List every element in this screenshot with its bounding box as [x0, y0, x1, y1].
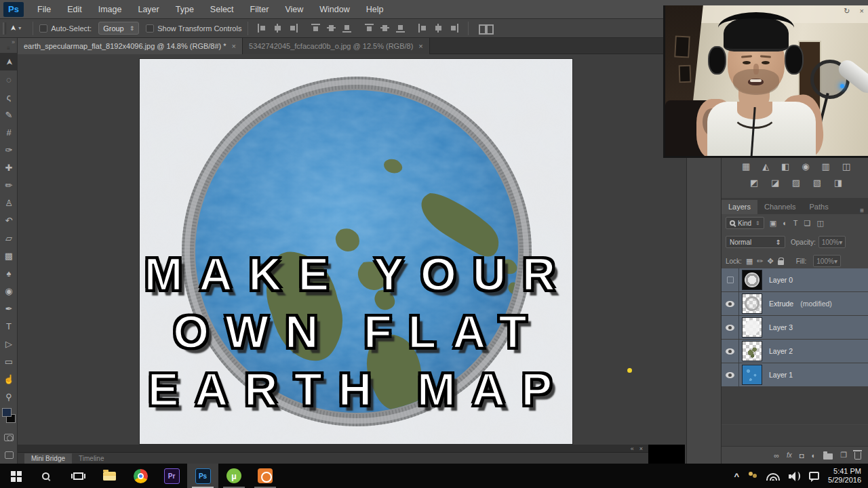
layer-row-extrude[interactable]: Extrude (modified): [722, 292, 868, 315]
vibrance-adjustment-icon[interactable]: ▥: [822, 161, 830, 175]
filter-smart-objects-icon[interactable]: ◫: [816, 219, 823, 228]
show-transform-checkbox[interactable]: [146, 24, 154, 33]
distribute-horizontal-centers-icon[interactable]: [434, 24, 443, 33]
delete-layer-icon[interactable]: [854, 452, 861, 460]
premiere-button[interactable]: Pr: [156, 464, 187, 488]
document-tab-reference-image[interactable]: 5342742045_fcfacacd0b_o.jpg @ 12.5% (RGB…: [243, 38, 430, 54]
distribute-left-edges-icon[interactable]: [418, 24, 427, 33]
visibility-toggle[interactable]: [722, 340, 739, 363]
lock-transparency-icon[interactable]: ▦: [746, 257, 753, 266]
dodge-tool[interactable]: ◉: [0, 282, 18, 300]
close-tab-icon[interactable]: ×: [418, 42, 422, 50]
file-explorer-button[interactable]: [94, 464, 125, 488]
layer-thumbnail[interactable]: [742, 317, 762, 338]
layer-name[interactable]: Layer 1: [769, 371, 793, 379]
auto-align-layers-icon[interactable]: [479, 24, 494, 33]
chrome-button[interactable]: [125, 464, 156, 488]
menu-file[interactable]: File: [29, 0, 59, 19]
start-button[interactable]: [0, 464, 31, 488]
distribute-top-edges-icon[interactable]: [365, 24, 374, 33]
new-adjustment-layer-icon[interactable]: ◐: [811, 451, 816, 460]
color-balance-adjustment-icon[interactable]: ◩: [750, 178, 758, 191]
menu-layer[interactable]: Layer: [130, 0, 167, 19]
tool-preset-arrow-icon[interactable]: ▾: [18, 25, 21, 31]
eraser-tool[interactable]: ▱: [0, 229, 18, 247]
exposure-adjustment-icon[interactable]: ◉: [802, 161, 809, 175]
layer-name[interactable]: Layer 2: [769, 347, 793, 355]
link-layers-icon[interactable]: ∞: [774, 451, 779, 460]
layer-name[interactable]: Extrude: [769, 300, 793, 308]
lock-position-icon[interactable]: ✥: [768, 257, 774, 266]
tab-channels[interactable]: Channels: [757, 200, 802, 214]
close-tab-icon[interactable]: ×: [232, 42, 236, 50]
channel-mixer-adjustment-icon[interactable]: ▧: [813, 178, 821, 191]
action-center-icon[interactable]: [809, 472, 819, 480]
layer-row-layer-0[interactable]: Layer 0: [722, 268, 868, 291]
photoshop-button[interactable]: Ps: [187, 464, 218, 488]
filter-type-layers-icon[interactable]: T: [793, 219, 798, 228]
photo-filter-adjustment-icon[interactable]: ▨: [792, 178, 800, 191]
collapse-panel-icon[interactable]: «: [631, 445, 634, 452]
distribute-right-edges-icon[interactable]: [450, 24, 458, 33]
recorder-button[interactable]: [250, 464, 281, 488]
menu-type[interactable]: Type: [167, 0, 202, 19]
black-white-adjustment-icon[interactable]: ◪: [771, 178, 779, 191]
tab-timeline[interactable]: Timeline: [72, 453, 111, 464]
blur-tool[interactable]: ♠: [0, 264, 18, 282]
lock-pixels-icon[interactable]: ✏: [757, 257, 763, 266]
align-right-edges-icon[interactable]: [289, 24, 298, 33]
layer-name[interactable]: Layer 0: [769, 276, 793, 284]
fill-value-dropdown[interactable]: 100% ▾: [813, 255, 841, 267]
menu-image[interactable]: Image: [90, 0, 130, 19]
foreground-color-swatch[interactable]: [2, 408, 12, 417]
visibility-toggle[interactable]: [722, 268, 739, 291]
visibility-toggle[interactable]: [722, 292, 739, 315]
brightness-adjustment-icon[interactable]: ▦: [742, 161, 750, 175]
filter-shape-layers-icon[interactable]: ❏: [804, 219, 811, 228]
filter-adjustment-layers-icon[interactable]: ◐: [783, 219, 787, 228]
menu-help[interactable]: Help: [358, 0, 392, 19]
levels-adjustment-icon[interactable]: ◭: [762, 161, 769, 175]
move-tool[interactable]: ➤: [0, 53, 18, 70]
opacity-value-dropdown[interactable]: 100% ▾: [818, 236, 846, 248]
taskbar-search-button[interactable]: [31, 464, 62, 488]
auto-select-checkbox[interactable]: [39, 24, 47, 33]
layer-name[interactable]: Layer 3: [769, 323, 793, 331]
align-vertical-centers-icon[interactable]: [327, 24, 336, 33]
healing-brush-tool[interactable]: ✚: [0, 159, 18, 176]
align-left-edges-icon[interactable]: [258, 24, 267, 33]
align-top-edges-icon[interactable]: [311, 24, 320, 33]
auto-select-group-dropdown[interactable]: Group ⇕: [98, 22, 139, 35]
visibility-toggle[interactable]: [722, 363, 739, 386]
tab-mini-bridge[interactable]: Mini Bridge: [24, 453, 72, 464]
shape-tool[interactable]: ▭: [0, 352, 18, 370]
quick-select-tool[interactable]: ✎: [0, 106, 18, 123]
visibility-toggle[interactable]: [722, 316, 739, 339]
taskbar-clock[interactable]: 5:41 PM 5/29/2016: [828, 467, 861, 485]
layer-thumbnail[interactable]: [742, 270, 762, 290]
new-layer-icon[interactable]: ❐: [840, 451, 847, 460]
clone-stamp-tool[interactable]: ♙: [0, 194, 18, 211]
pen-tool[interactable]: ✒: [0, 300, 18, 317]
screen-mode-button[interactable]: [0, 446, 18, 464]
layer-thumbnail[interactable]: [742, 293, 762, 314]
history-brush-tool[interactable]: ↶: [0, 211, 18, 229]
tab-layers[interactable]: Layers: [722, 200, 757, 214]
filter-kind-dropdown[interactable]: Kind ⇕: [726, 217, 764, 229]
lasso-tool[interactable]: ς: [0, 88, 18, 106]
brush-tool[interactable]: ✏: [0, 176, 18, 194]
layer-row-layer-3[interactable]: Layer 3: [722, 316, 868, 339]
gradient-map-adjustment-icon[interactable]: ◨: [834, 178, 842, 191]
layer-thumbnail[interactable]: [742, 365, 762, 385]
utorrent-button[interactable]: µ: [218, 464, 250, 488]
tray-expand-icon[interactable]: ^: [734, 471, 739, 481]
menu-select[interactable]: Select: [202, 0, 242, 19]
task-view-button[interactable]: [62, 464, 94, 488]
panel-menu-icon[interactable]: ≡: [860, 207, 864, 214]
layer-row-layer-2[interactable]: Layer 2: [722, 340, 868, 363]
color-swatches[interactable]: [0, 405, 18, 428]
eyedropper-tool[interactable]: ✑: [0, 141, 18, 159]
hand-tool[interactable]: ☝: [0, 370, 18, 388]
blend-mode-dropdown[interactable]: Normal ⇕: [726, 236, 785, 248]
menu-edit[interactable]: Edit: [59, 0, 90, 19]
